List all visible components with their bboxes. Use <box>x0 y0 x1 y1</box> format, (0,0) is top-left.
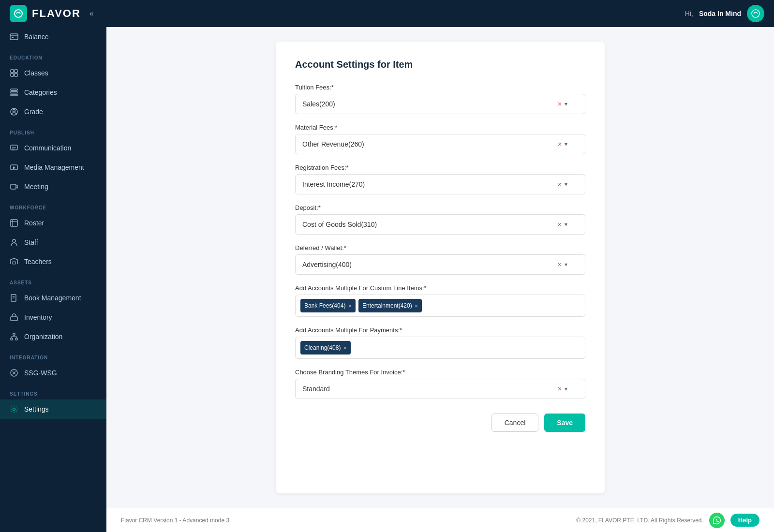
svg-rect-4 <box>12 37 14 38</box>
svg-rect-21 <box>13 262 15 264</box>
communication-icon <box>10 144 18 152</box>
branding-themes-chevron[interactable]: ▾ <box>565 385 567 392</box>
deposit-clear[interactable]: × <box>558 221 562 228</box>
tag-entertainment-remove[interactable]: × <box>415 303 418 309</box>
sidebar-item-teachers[interactable]: Teachers <box>0 252 106 271</box>
material-fees-select[interactable]: Other Revenue(260) × ▾ <box>295 134 585 154</box>
branding-themes-select[interactable]: Standard × ▾ <box>295 379 585 399</box>
deferred-wallet-chevron[interactable]: ▾ <box>565 261 567 268</box>
sidebar-item-media-management[interactable]: Media Management <box>0 158 106 177</box>
sidebar-label-categories: Categories <box>24 89 57 96</box>
settings-icon <box>10 405 18 414</box>
sidebar-item-communication[interactable]: Communication <box>0 138 106 158</box>
header-right: Hi, Soda In Mind <box>685 5 764 22</box>
registration-fees-value: Interest Income(270) <box>302 180 558 188</box>
tag-entertainment: Entertainment(420) × <box>358 299 422 312</box>
svg-rect-8 <box>15 74 17 76</box>
payments-tags-box[interactable]: Cleaning(408) × <box>295 337 585 359</box>
material-fees-clear[interactable]: × <box>558 140 562 148</box>
deferred-wallet-clear[interactable]: × <box>558 261 562 268</box>
sidebar-item-inventory[interactable]: Inventory <box>0 308 106 327</box>
branding-themes-actions: × ▾ <box>558 385 567 393</box>
sidebar-item-roster[interactable]: Roster <box>0 213 106 233</box>
registration-fees-select[interactable]: Interest Income(270) × ▾ <box>295 174 585 194</box>
tag-bank-fees: Bank Fees(404) × <box>300 299 356 312</box>
sidebar-item-meeting[interactable]: Meeting <box>0 177 106 196</box>
main-content: Account Settings for Item Tuition Fees:*… <box>106 27 774 532</box>
svg-point-1 <box>752 10 759 17</box>
sidebar-label-roster: Roster <box>24 219 44 227</box>
sidebar-label-media-management: Media Management <box>24 163 84 171</box>
tag-cleaning: Cleaning(408) × <box>300 341 351 355</box>
sidebar: Balance EDUCATION Classes Categories <box>0 27 106 532</box>
sidebar-item-balance[interactable]: Balance <box>0 27 106 46</box>
classes-icon <box>10 69 18 77</box>
material-fees-value: Other Revenue(260) <box>302 140 558 148</box>
payments-label: Add Accounts Multiple For Payments:* <box>295 326 585 334</box>
collapse-button[interactable]: « <box>89 9 94 18</box>
svg-point-30 <box>13 408 15 411</box>
material-fees-group: Material Fees:* Other Revenue(260) × ▾ <box>295 124 585 154</box>
categories-icon <box>10 88 18 97</box>
custom-line-items-tags-box[interactable]: Bank Fees(404) × Entertainment(420) × <box>295 295 585 317</box>
help-button[interactable]: Help <box>730 514 759 527</box>
registration-fees-chevron[interactable]: ▾ <box>565 181 567 188</box>
sidebar-section-education: EDUCATION <box>0 46 106 63</box>
tuition-fees-select[interactable]: Sales(200) × ▾ <box>295 94 585 114</box>
deposit-chevron[interactable]: ▾ <box>565 221 567 228</box>
material-fees-chevron[interactable]: ▾ <box>565 141 567 148</box>
deferred-wallet-label: Deferred / Wallet:* <box>295 244 585 251</box>
sidebar-item-book-management[interactable]: Book Management <box>0 288 106 308</box>
user-avatar[interactable] <box>747 5 764 22</box>
footer-version: Flavor CRM Version 1 - Advanced mode 3 <box>121 517 229 524</box>
sidebar-item-organization[interactable]: Organization <box>0 327 106 346</box>
save-button[interactable]: Save <box>544 414 585 432</box>
grade-icon <box>10 107 18 116</box>
svg-rect-16 <box>11 184 16 189</box>
deposit-value: Cost of Goods Sold(310) <box>302 221 558 228</box>
sidebar-item-classes[interactable]: Classes <box>0 63 106 83</box>
footer-right: © 2021, FLAVOR PTE. LTD. All Rights Rese… <box>576 513 759 528</box>
deferred-wallet-group: Deferred / Wallet:* Advertising(400) × ▾ <box>295 244 585 275</box>
sidebar-label-communication: Communication <box>24 144 71 152</box>
cancel-button[interactable]: Cancel <box>491 414 539 432</box>
logo-text: FLAVOR <box>32 7 81 20</box>
registration-fees-group: Registration Fees:* Interest Income(270)… <box>295 164 585 194</box>
sidebar-section-assets: ASSETS <box>0 271 106 288</box>
sidebar-item-categories[interactable]: Categories <box>0 83 106 102</box>
tuition-fees-clear[interactable]: × <box>558 100 562 108</box>
sidebar-item-staff[interactable]: Staff <box>0 233 106 252</box>
logo-icon <box>10 5 27 22</box>
svg-point-13 <box>13 110 15 112</box>
svg-rect-6 <box>15 70 17 73</box>
tag-entertainment-label: Entertainment(420) <box>362 302 412 309</box>
tuition-fees-actions: × ▾ <box>558 100 567 108</box>
svg-rect-7 <box>11 74 14 76</box>
sidebar-item-ssg-wsg[interactable]: SSG-WSG <box>0 363 106 383</box>
deferred-wallet-actions: × ▾ <box>558 261 567 268</box>
tag-bank-fees-remove[interactable]: × <box>348 303 352 309</box>
deferred-wallet-select[interactable]: Advertising(400) × ▾ <box>295 254 585 275</box>
sidebar-label-balance: Balance <box>24 33 49 41</box>
deposit-select[interactable]: Cost of Goods Sold(310) × ▾ <box>295 214 585 235</box>
tag-cleaning-remove[interactable]: × <box>343 345 347 351</box>
sidebar-item-settings[interactable]: Settings <box>0 399 106 419</box>
sidebar-item-grade[interactable]: Grade <box>0 102 106 121</box>
staff-icon <box>10 238 18 247</box>
branding-themes-label: Choose Branding Themes For Invoice:* <box>295 369 585 376</box>
tuition-fees-chevron[interactable]: ▾ <box>565 101 567 107</box>
material-fees-actions: × ▾ <box>558 140 567 148</box>
tuition-fees-value: Sales(200) <box>302 100 558 108</box>
svg-rect-26 <box>13 333 15 335</box>
tag-cleaning-label: Cleaning(408) <box>304 344 341 351</box>
whatsapp-button[interactable] <box>709 513 725 528</box>
sidebar-label-classes: Classes <box>24 69 48 77</box>
svg-rect-25 <box>11 317 17 321</box>
svg-rect-10 <box>11 92 17 93</box>
sidebar-section-settings: SETTINGS <box>0 383 106 399</box>
sidebar-label-meeting: Meeting <box>24 183 48 191</box>
branding-themes-clear[interactable]: × <box>558 385 562 393</box>
svg-rect-17 <box>11 220 17 226</box>
teachers-icon <box>10 257 18 266</box>
registration-fees-clear[interactable]: × <box>558 180 562 188</box>
